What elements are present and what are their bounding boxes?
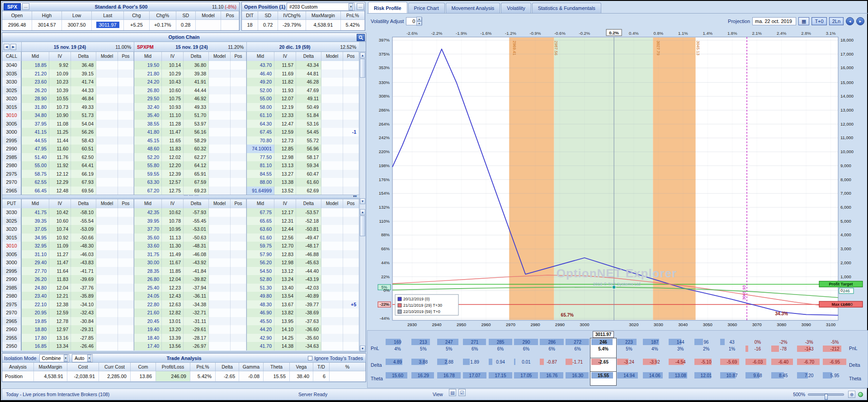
- chain-cell-model[interactable]: [321, 317, 343, 326]
- chevron-down-icon[interactable]: ▾: [64, 355, 68, 362]
- chain-cell-model[interactable]: [321, 103, 343, 112]
- chain-cell-model[interactable]: [209, 317, 231, 326]
- chain-cell-pos[interactable]: [231, 292, 246, 300]
- chain-cell-iv[interactable]: 10.60: [162, 86, 184, 95]
- chain-cell-model[interactable]: [321, 111, 343, 120]
- chain-cell-mid[interactable]: 19.50: [134, 61, 162, 70]
- chain-cell-mid[interactable]: 18.85: [21, 61, 49, 70]
- calendar-icon[interactable]: ▦: [798, 17, 809, 25]
- chain-cell-model[interactable]: [209, 86, 231, 95]
- chain-cell-delta[interactable]: -31.11: [184, 317, 209, 326]
- chain-cell-delta[interactable]: 60.51: [71, 145, 96, 153]
- chain-cell-mid[interactable]: 49.20: [246, 78, 274, 86]
- chain-cell-iv[interactable]: 12.02: [162, 153, 184, 162]
- chain-cell-delta[interactable]: 55.72: [296, 136, 321, 145]
- chain-cell-model[interactable]: [321, 94, 343, 103]
- chain-cell-pos[interactable]: [118, 161, 134, 170]
- chain-cell-delta[interactable]: 50.49: [296, 103, 321, 112]
- chain-cell-model[interactable]: [96, 234, 118, 242]
- chain-cell-model[interactable]: [96, 145, 118, 153]
- chain-cell-mid[interactable]: 59.55: [134, 170, 162, 178]
- chain-cell-iv[interactable]: 12.23: [162, 284, 184, 292]
- chain-scrollbar[interactable]: ▲ ▼ ▲ ▼: [359, 52, 365, 351]
- scroll-down-icon[interactable]: ▼: [360, 198, 365, 204]
- chain-cell-pos[interactable]: [343, 161, 359, 170]
- chain-cell-pos[interactable]: [343, 170, 359, 178]
- chain-cell-iv[interactable]: 13.20: [162, 325, 184, 334]
- chain-cell-iv[interactable]: 12.70: [274, 242, 296, 250]
- tab-price-chart[interactable]: Price Chart: [408, 3, 445, 13]
- chevron-down-icon[interactable]: ▾: [87, 355, 92, 362]
- chain-cell-pos[interactable]: [118, 292, 134, 300]
- chain-cell-iv[interactable]: 10.90: [49, 111, 71, 120]
- tab-movement-analysis[interactable]: Movement Analysis: [446, 3, 500, 13]
- chain-cell-delta[interactable]: -42.03: [296, 284, 321, 292]
- chain-cell-delta[interactable]: -41.84: [184, 267, 209, 276]
- chain-cell-delta[interactable]: 39.38: [184, 70, 209, 78]
- chain-cell-model[interactable]: [209, 136, 231, 145]
- chain-cell-pos[interactable]: [231, 258, 246, 267]
- chain-cell-pos[interactable]: [118, 170, 134, 178]
- chain-cell-mid[interactable]: 17.40: [134, 342, 162, 351]
- chain-cell-delta[interactable]: -40.89: [296, 292, 321, 300]
- chain-cell-mid[interactable]: 62.55: [21, 178, 49, 187]
- chain-cell-iv[interactable]: 11.83: [162, 145, 184, 153]
- chain-cell-pos[interactable]: [118, 217, 134, 225]
- chain-cell-pos[interactable]: [231, 225, 246, 234]
- chain-cell-mid[interactable]: 63.60: [246, 225, 274, 234]
- chain-cell-iv[interactable]: 11.64: [49, 267, 71, 276]
- chain-cell-mid[interactable]: 29.50: [134, 94, 162, 103]
- chain-cell-mid[interactable]: 21.60: [134, 309, 162, 317]
- chain-col-header[interactable]: Pos: [343, 199, 359, 209]
- chain-cell-pos[interactable]: [343, 309, 359, 317]
- chain-col-header[interactable]: Delta: [296, 52, 321, 61]
- tab-statistics-fundamentals[interactable]: Statistics & Fundamentals: [532, 3, 601, 13]
- chain-cell-model[interactable]: [209, 225, 231, 234]
- chain-cell-delta[interactable]: -53.01: [184, 225, 209, 234]
- chain-cell-delta[interactable]: -58.10: [71, 208, 96, 217]
- chain-cell-iv[interactable]: 10.09: [49, 70, 71, 78]
- chain-cell-pos[interactable]: [231, 170, 246, 178]
- chain-cell-pos[interactable]: [118, 70, 134, 78]
- chain-cell-mid[interactable]: 46.40: [246, 70, 274, 78]
- chain-cell-pos[interactable]: [118, 103, 134, 112]
- chain-cell-model[interactable]: [96, 258, 118, 267]
- chain-col-header[interactable]: Mid: [21, 199, 49, 209]
- chain-cell-delta[interactable]: -53.09: [71, 225, 96, 234]
- chain-cell-pos[interactable]: [118, 334, 134, 342]
- chain-cell-delta[interactable]: -35.89: [71, 292, 96, 300]
- chain-cell-delta[interactable]: 60.47: [296, 170, 321, 178]
- chain-cell-model[interactable]: [209, 94, 231, 103]
- chain-cell-iv[interactable]: 10.78: [162, 217, 184, 225]
- chain-cell-pos[interactable]: [231, 145, 246, 153]
- chain-cell-model[interactable]: [321, 309, 343, 317]
- chain-cell-iv[interactable]: 11.92: [49, 161, 71, 170]
- chain-cell-mid[interactable]: 31.10: [21, 250, 49, 259]
- zoom-slider-thumb[interactable]: [825, 394, 828, 400]
- chain-cell-model[interactable]: [209, 153, 231, 162]
- chain-cell-mid[interactable]: 45.50: [246, 317, 274, 326]
- chain-cell-iv[interactable]: 12.97: [49, 325, 71, 334]
- chain-cell-iv[interactable]: 13.52: [274, 187, 296, 195]
- chain-cell-iv[interactable]: 13.12: [274, 267, 296, 276]
- chain-col-header[interactable]: IV: [274, 52, 296, 61]
- chain-cell-pos[interactable]: [343, 70, 359, 78]
- chain-cell-mid[interactable]: 27.70: [21, 267, 49, 276]
- chain-cell-mid[interactable]: 77.50: [246, 153, 274, 162]
- chain-cell-pos[interactable]: [231, 153, 246, 162]
- chain-cell-model[interactable]: [321, 325, 343, 334]
- chain-cell-delta[interactable]: 64.12: [184, 161, 209, 170]
- chain-cell-iv[interactable]: 12.56: [274, 234, 296, 242]
- chain-cell-mid[interactable]: 21.20: [21, 70, 49, 78]
- chain-cell-model[interactable]: [321, 70, 343, 78]
- chain-cell-mid[interactable]: 25.40: [134, 284, 162, 292]
- chain-cell-mid[interactable]: 39.95: [134, 217, 162, 225]
- chain-cell-delta[interactable]: 47.69: [296, 86, 321, 95]
- chain-cell-iv[interactable]: 10.14: [162, 61, 184, 70]
- chain-cell-delta[interactable]: 56.96: [296, 145, 321, 153]
- next-day-button[interactable]: ▸: [856, 17, 864, 25]
- chain-cell-pos[interactable]: [343, 111, 359, 120]
- chain-cell-mid[interactable]: 18.80: [21, 325, 49, 334]
- chain-cell-delta[interactable]: 51.84: [296, 111, 321, 120]
- chain-cell-delta[interactable]: -35.60: [296, 334, 321, 342]
